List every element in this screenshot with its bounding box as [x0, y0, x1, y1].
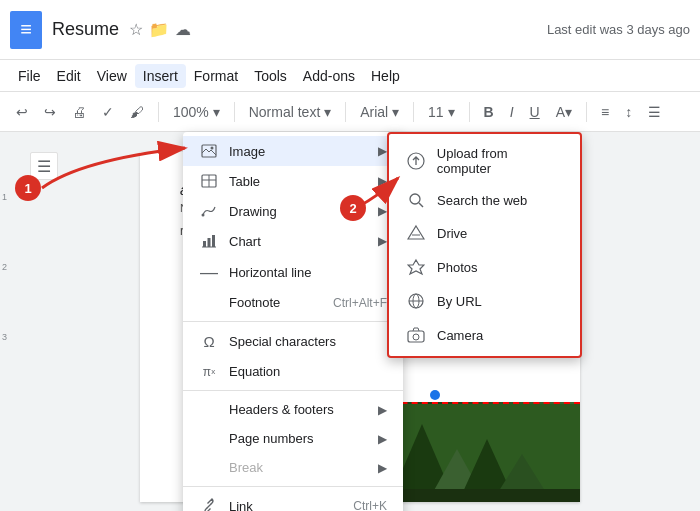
- break-label: Break: [229, 460, 378, 475]
- cloud-icon[interactable]: ☁: [175, 20, 191, 39]
- page-numbers-label: Page numbers: [229, 431, 378, 446]
- by-url-item[interactable]: By URL: [389, 284, 580, 318]
- svg-marker-24: [408, 226, 424, 239]
- star-icon[interactable]: ☆: [129, 20, 143, 39]
- toolbar-divider-1: [158, 102, 159, 122]
- undo-button[interactable]: ↩: [10, 100, 34, 124]
- drive-icon: [405, 224, 427, 242]
- toolbar-divider-4: [413, 102, 414, 122]
- table-menu-icon: [199, 173, 219, 189]
- font-select[interactable]: Arial ▾: [354, 100, 405, 124]
- link-shortcut: Ctrl+K: [353, 499, 387, 511]
- underline-button[interactable]: U: [524, 100, 546, 124]
- svg-rect-16: [212, 235, 215, 247]
- insert-special-chars-item[interactable]: Ω Special characters: [183, 326, 403, 357]
- equation-icon: πx: [199, 365, 219, 379]
- image-anchor-dot: [430, 390, 440, 400]
- insert-dropdown-menu: Image ▶ Table ▶ Drawing ▶ Chart ▶ — Hori…: [183, 132, 403, 511]
- insert-page-numbers-item[interactable]: Page numbers ▶: [183, 424, 403, 453]
- url-icon: [405, 292, 427, 310]
- text-color-button[interactable]: A▾: [550, 100, 578, 124]
- spellcheck-button[interactable]: ✓: [96, 100, 120, 124]
- insert-link-item[interactable]: Link Ctrl+K: [183, 491, 403, 511]
- svg-point-22: [410, 194, 420, 204]
- special-chars-icon: Ω: [199, 333, 219, 350]
- insert-break-item[interactable]: Break ▶: [183, 453, 403, 482]
- doc-title-area: Resume ☆ 📁 ☁: [52, 19, 191, 40]
- bold-button[interactable]: B: [478, 100, 500, 124]
- ruler-1: 1: [2, 192, 7, 202]
- svg-point-13: [202, 214, 205, 217]
- drive-label: Drive: [437, 226, 467, 241]
- menu-bar: File Edit View Insert Format Tools Add-o…: [0, 60, 700, 92]
- table-label: Table: [229, 174, 378, 189]
- upload-label: Upload from computer: [437, 146, 564, 176]
- insert-footnote-item[interactable]: Footnote Ctrl+Alt+F: [183, 288, 403, 317]
- doc-title[interactable]: Resume: [52, 19, 119, 40]
- italic-button[interactable]: I: [504, 100, 520, 124]
- svg-point-9: [211, 147, 214, 150]
- insert-image-item[interactable]: Image ▶: [183, 136, 403, 166]
- menu-help[interactable]: Help: [363, 64, 408, 88]
- svg-rect-15: [208, 238, 211, 247]
- menu-divider-1: [183, 321, 403, 322]
- drawing-arrow: ▶: [378, 204, 387, 218]
- page-numbers-arrow: ▶: [378, 432, 387, 446]
- drive-item[interactable]: Drive: [389, 216, 580, 250]
- ruler-3: 3: [2, 332, 7, 342]
- menu-edit[interactable]: Edit: [49, 64, 89, 88]
- camera-label: Camera: [437, 328, 483, 343]
- image-arrow: ▶: [378, 144, 387, 158]
- menu-file[interactable]: File: [10, 64, 49, 88]
- image-label: Image: [229, 144, 378, 159]
- headers-arrow: ▶: [378, 403, 387, 417]
- menu-view[interactable]: View: [89, 64, 135, 88]
- insert-chart-item[interactable]: Chart ▶: [183, 226, 403, 256]
- annotation-1: 1: [15, 175, 41, 201]
- insert-drawing-item[interactable]: Drawing ▶: [183, 196, 403, 226]
- photos-item[interactable]: Photos: [389, 250, 580, 284]
- photos-icon: [405, 258, 427, 276]
- svg-rect-14: [203, 241, 206, 247]
- link-label: Link: [229, 499, 353, 512]
- photos-label: Photos: [437, 260, 477, 275]
- ruler-2: 2: [2, 262, 7, 272]
- normal-text-select[interactable]: Normal text ▾: [243, 100, 337, 124]
- annotation-2: 2: [340, 195, 366, 221]
- insert-headers-item[interactable]: Headers & footers ▶: [183, 395, 403, 424]
- insert-table-item[interactable]: Table ▶: [183, 166, 403, 196]
- folder-icon[interactable]: 📁: [149, 20, 169, 39]
- insert-equation-item[interactable]: πx Equation: [183, 357, 403, 386]
- menu-addons[interactable]: Add-ons: [295, 64, 363, 88]
- redo-button[interactable]: ↪: [38, 100, 62, 124]
- camera-item[interactable]: Camera: [389, 318, 580, 352]
- footnote-label: Footnote: [229, 295, 333, 310]
- svg-line-18: [207, 504, 211, 508]
- app-header: ≡ Resume ☆ 📁 ☁ Last edit was 3 days ago: [0, 0, 700, 60]
- toolbar-divider-6: [586, 102, 587, 122]
- menu-tools[interactable]: Tools: [246, 64, 295, 88]
- font-size-select[interactable]: 11 ▾: [422, 100, 460, 124]
- print-button[interactable]: 🖨: [66, 100, 92, 124]
- search-web-item[interactable]: Search the web: [389, 184, 580, 216]
- upload-from-computer-item[interactable]: Upload from computer: [389, 138, 580, 184]
- svg-line-23: [419, 203, 423, 207]
- svg-marker-26: [408, 260, 424, 274]
- image-menu-icon: [199, 143, 219, 159]
- insert-hline-item[interactable]: — Horizontal line: [183, 256, 403, 288]
- table-arrow: ▶: [378, 174, 387, 188]
- line-spacing-button[interactable]: ↕: [619, 100, 638, 124]
- menu-divider-2: [183, 390, 403, 391]
- menu-divider-3: [183, 486, 403, 487]
- toolbar-divider-5: [469, 102, 470, 122]
- paint-button[interactable]: 🖌: [124, 100, 150, 124]
- upload-icon: [405, 152, 427, 170]
- search-web-label: Search the web: [437, 193, 527, 208]
- svg-point-31: [413, 334, 419, 340]
- link-icon: [199, 498, 219, 511]
- align-button[interactable]: ≡: [595, 100, 615, 124]
- zoom-select[interactable]: 100% ▾: [167, 100, 226, 124]
- list-button[interactable]: ☰: [642, 100, 667, 124]
- menu-insert[interactable]: Insert: [135, 64, 186, 88]
- menu-format[interactable]: Format: [186, 64, 246, 88]
